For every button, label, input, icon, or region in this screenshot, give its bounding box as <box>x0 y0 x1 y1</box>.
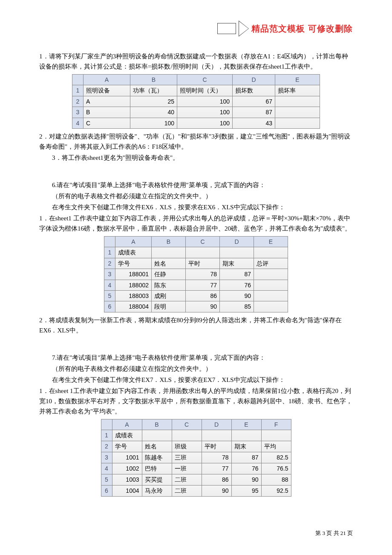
cell: 期末 <box>220 258 254 269</box>
cell: A <box>84 96 130 107</box>
q6-file: 在考生文件夹下创建工作簿文件EX6．XLS，按要求在EX6．XLS中完成以下操作… <box>39 202 353 212</box>
cell: 学号 <box>112 441 142 452</box>
col-header: F <box>261 419 291 430</box>
cell: 期末 <box>231 441 261 452</box>
cell: 三班 <box>172 452 202 463</box>
row-header: 2 <box>104 258 115 269</box>
cell: 90 <box>231 474 261 486</box>
cell: 1001 <box>112 452 142 463</box>
cell: 188001 <box>115 269 152 280</box>
cell: 67 <box>233 96 275 107</box>
col-header: E <box>275 75 320 85</box>
cell: 100 <box>177 96 233 107</box>
cell: 一班 <box>172 463 202 474</box>
cell: 100 <box>177 107 233 118</box>
col-header: B <box>130 75 177 85</box>
cell: 照明设备 <box>84 85 130 96</box>
q6-step1: 1．在sheet1 工作表中建立如下内容工作表，并用公式求出每人的总评成绩，总评… <box>39 213 353 234</box>
row-header: 1 <box>72 85 84 96</box>
col-header: A <box>115 236 152 247</box>
q7-step1: 1．在sheet 1工作表中建立如下内容工作表，并用函数求出每人的平均成绩，结果… <box>39 386 353 416</box>
q1-step1: 1．请将下列某厂家生产的3种照明设备的寿命情况数据建成一个数据表（存放在A1：E… <box>39 51 353 72</box>
cell: 78 <box>186 269 220 280</box>
cell <box>254 247 288 258</box>
cell: 40 <box>130 107 177 118</box>
q7-intro: 7.请在"考试项目"菜单上选择"电子表格软件使用"菜单项，完成下面的内容： <box>39 353 353 363</box>
cell: 损坏率 <box>275 85 320 96</box>
row-header: 2 <box>72 96 84 107</box>
col-header: A <box>84 75 130 85</box>
cell: 平时 <box>186 258 220 269</box>
cell: 87 <box>220 269 254 280</box>
cell: 功率（瓦） <box>130 85 177 96</box>
cell: 陈越冬 <box>142 452 172 463</box>
q6-intro: 6.请在"考试项目"菜单上选择"电子表格软件使用"菜单项，完成下面的内容： <box>39 180 353 190</box>
row-header: 5 <box>104 290 115 301</box>
cell: 姓名 <box>152 258 186 269</box>
cell: 95 <box>231 486 261 497</box>
row-header: 4 <box>72 118 84 128</box>
cell <box>275 107 320 118</box>
cell: 86 <box>202 474 231 486</box>
cell: 92.5 <box>261 486 291 497</box>
table-average: ABCDEF1成绩表2学号姓名班级平时期末平均31001陈越冬三班788782.… <box>101 419 291 497</box>
cell: 88 <box>261 474 291 486</box>
row-header: 2 <box>101 441 112 452</box>
document-body: 1．请将下列某厂家生产的3种照明设备的寿命情况数据建成一个数据表（存放在A1：E… <box>39 51 353 497</box>
cell: 买买提 <box>142 474 172 486</box>
arrow-rect-icon <box>217 23 236 34</box>
cell: 马永玲 <box>142 486 172 497</box>
cell <box>231 430 261 441</box>
cell <box>275 96 320 107</box>
cell: 二班 <box>172 474 202 486</box>
col-corner <box>101 419 112 430</box>
cell <box>254 280 288 290</box>
cell: 1002 <box>112 463 142 474</box>
cell <box>254 301 288 312</box>
cell: 班级 <box>172 441 202 452</box>
cell: 87 <box>231 452 261 463</box>
cell: 43 <box>233 118 275 128</box>
cell: 188003 <box>115 290 152 301</box>
row-header: 1 <box>101 430 112 441</box>
cell <box>202 430 231 441</box>
col-header: C <box>186 236 220 247</box>
cell: 1004 <box>112 486 142 497</box>
col-corner <box>104 236 115 247</box>
cell: 188002 <box>115 280 152 290</box>
col-header: B <box>152 236 186 247</box>
cell: 86 <box>186 290 220 301</box>
cell: 损坏数 <box>233 85 275 96</box>
cell: 82.5 <box>261 452 291 463</box>
cell <box>186 247 220 258</box>
cell: 姓名 <box>142 441 172 452</box>
cell: 学号 <box>115 258 152 269</box>
cell: 照明时间（天） <box>177 85 233 96</box>
row-header: 6 <box>104 301 115 312</box>
cell: 巴特 <box>142 463 172 474</box>
col-header: E <box>254 236 288 247</box>
cell: 100 <box>130 118 177 128</box>
col-header: D <box>233 75 275 85</box>
cell <box>142 430 172 441</box>
cell: 90 <box>220 290 254 301</box>
row-header: 4 <box>104 280 115 290</box>
col-header: A <box>112 419 142 430</box>
cell: C <box>84 118 130 128</box>
cell: 二班 <box>172 486 202 497</box>
cell: 85 <box>220 301 254 312</box>
page-footer: 第 3 页 共 21 页 <box>315 529 353 538</box>
cell: B <box>84 107 130 118</box>
cell: 任静 <box>152 269 186 280</box>
cell: 77 <box>202 463 231 474</box>
cell: 陈东 <box>152 280 186 290</box>
row-header: 3 <box>104 269 115 280</box>
table-scores: ABCDE1成绩表2学号姓名平时期末总评3188001任静78874188002… <box>104 236 288 312</box>
cell <box>152 247 186 258</box>
banner-text: 精品范文模板 可修改删除 <box>251 22 353 35</box>
q6-note: （所有的电子表格文件都必须建立在指定的文件夹中。） <box>39 191 353 201</box>
cell <box>254 290 288 301</box>
cell: 平均 <box>261 441 291 452</box>
row-header: 4 <box>101 463 112 474</box>
cell: 段明 <box>152 301 186 312</box>
